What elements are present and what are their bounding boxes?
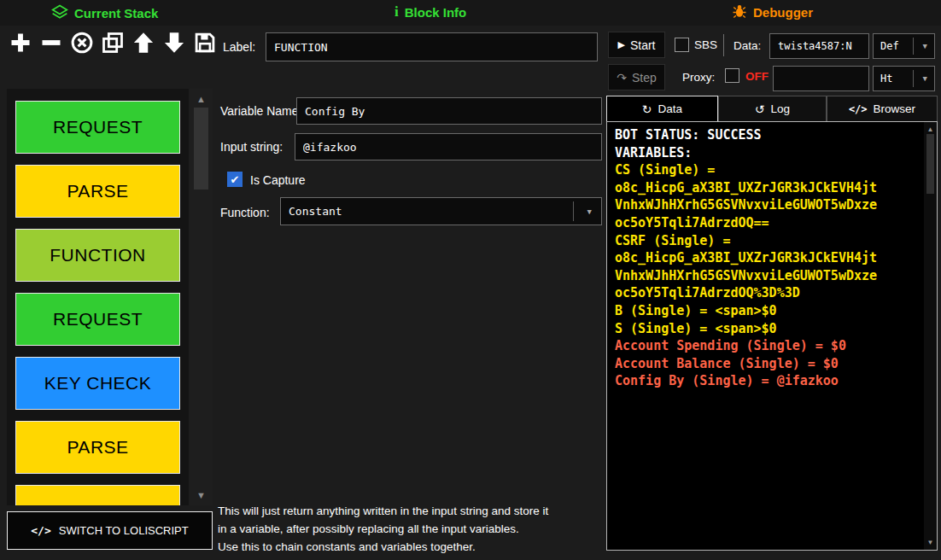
move-down-button[interactable] bbox=[161, 29, 188, 60]
chevron-down-icon: ▼ bbox=[587, 207, 592, 216]
clear-stack-button[interactable] bbox=[68, 29, 96, 60]
function-dropdown[interactable]: Constant ▼ bbox=[280, 197, 602, 225]
stack-toolbar bbox=[7, 29, 219, 60]
proxy-type-value: Ht bbox=[880, 73, 892, 85]
is-capture-checkbox[interactable]: ✔ bbox=[227, 172, 243, 187]
tab-browser-label: Browser bbox=[874, 102, 916, 115]
block-info-label: Block Info bbox=[405, 5, 467, 20]
function-dropdown-value: Constant bbox=[289, 205, 342, 218]
arrow-up-icon bbox=[132, 31, 155, 58]
scroll-up-icon[interactable]: ▲ bbox=[190, 94, 213, 104]
start-button-label: Start bbox=[630, 38, 656, 52]
log-line: B (Single) = <span>$0 bbox=[615, 302, 918, 320]
save-config-button[interactable] bbox=[191, 29, 219, 60]
plus-icon bbox=[9, 31, 32, 58]
step-button[interactable]: ↷ Step bbox=[608, 64, 665, 90]
log-scrollbar-thumb[interactable] bbox=[926, 134, 934, 194]
data-input[interactable] bbox=[769, 33, 869, 59]
log-line: VnhxWJhHXrhG5GSVNvxviLeGUWOT5wDxze bbox=[615, 196, 918, 214]
log-line: VnhxWJhHXrhG5GSVNvxviLeGUWOT5wDxze bbox=[615, 267, 918, 285]
wordlist-type-value: Def bbox=[880, 40, 899, 52]
log-line: Account Balance (Single) = $0 bbox=[615, 355, 918, 373]
block-stack-list: REQUEST PARSE FUNCTION REQUEST KEY CHECK… bbox=[7, 89, 189, 505]
stack-block-label: KEY CHECK bbox=[44, 373, 152, 394]
header-bar: Current Stack i Block Info Debugger bbox=[0, 0, 941, 26]
variable-name-caption: Variable Name: bbox=[220, 104, 301, 118]
proxy-checkbox[interactable]: ✔ bbox=[725, 68, 739, 83]
current-stack-label: Current Stack bbox=[74, 6, 158, 20]
description-line: in a variable, after possibly replacing … bbox=[218, 520, 604, 538]
code-icon: </> bbox=[31, 524, 50, 537]
stack-block[interactable]: REQUEST bbox=[15, 101, 180, 154]
scroll-down-icon[interactable]: ▼ bbox=[924, 539, 937, 546]
stack-block-label: PARSE bbox=[67, 181, 128, 201]
stack-block[interactable]: KEY CHECK bbox=[15, 357, 180, 410]
log-line: BOT STATUS: SUCCESS bbox=[615, 126, 918, 144]
tab-data[interactable]: ↻ Data bbox=[606, 96, 718, 122]
stack-scrollbar[interactable]: ▲ ▼ bbox=[190, 89, 213, 505]
start-button[interactable]: ▶ Start bbox=[608, 32, 665, 58]
label-input[interactable] bbox=[266, 32, 598, 61]
chevron-down-icon: ▼ bbox=[923, 74, 927, 83]
code-icon: </> bbox=[849, 103, 868, 115]
stack-block[interactable]: PARSE bbox=[15, 165, 180, 218]
log-line: oc5oY5Tqli7AdrzdOQ== bbox=[615, 214, 918, 232]
play-icon: ▶ bbox=[617, 39, 624, 50]
proxy-input[interactable] bbox=[773, 66, 869, 91]
data-caption: Data: bbox=[734, 39, 761, 52]
stack-block-label: REQUEST bbox=[53, 117, 143, 137]
save-icon bbox=[193, 31, 217, 58]
switch-to-loliscript-button[interactable]: </> SWITCH TO LOLISCRIPT bbox=[7, 511, 213, 550]
is-capture-label: Is Capture bbox=[250, 173, 306, 187]
variable-name-input[interactable] bbox=[296, 97, 602, 125]
refresh-icon: ↻ bbox=[642, 102, 652, 116]
move-up-button[interactable] bbox=[130, 29, 157, 60]
label-caption: Label: bbox=[223, 40, 255, 54]
scroll-down-icon[interactable]: ▼ bbox=[190, 490, 213, 500]
wordlist-type-dropdown[interactable]: Def ▼ bbox=[873, 33, 935, 59]
circle-x-icon bbox=[70, 31, 94, 58]
input-string-input[interactable] bbox=[295, 133, 602, 160]
tab-data-label: Data bbox=[658, 102, 683, 115]
scroll-up-icon[interactable]: ▲ bbox=[924, 125, 937, 133]
chevron-down-icon: ▼ bbox=[923, 42, 927, 50]
debugger-tabs: ↻ Data ↺ Log </> Browser bbox=[606, 96, 938, 122]
stack-block-label: PARSE bbox=[67, 437, 128, 458]
check-icon: ✔ bbox=[231, 174, 240, 185]
log-line: CSRF (Single) = bbox=[615, 232, 918, 250]
stack-block-label: PARSE bbox=[67, 501, 128, 505]
arrow-down-icon bbox=[162, 31, 186, 58]
current-stack-title: Current Stack bbox=[51, 3, 158, 23]
proxy-caption: Proxy: bbox=[682, 71, 715, 84]
stack-block[interactable]: FUNCTION bbox=[15, 229, 180, 282]
stack-block[interactable]: REQUEST bbox=[15, 293, 180, 346]
remove-block-button[interactable] bbox=[38, 29, 65, 60]
stack-scrollbar-thumb[interactable] bbox=[194, 108, 208, 190]
stack-block-label: FUNCTION bbox=[50, 245, 146, 265]
stack-block[interactable]: PARSE bbox=[15, 421, 180, 474]
dropdown-divider bbox=[913, 70, 914, 87]
log-line: S (Single) = <span>$0 bbox=[615, 320, 918, 338]
duplicate-icon bbox=[101, 31, 125, 58]
tab-browser[interactable]: </> Browser bbox=[827, 96, 938, 122]
block-info-title: i Block Info bbox=[395, 3, 466, 20]
proxy-type-dropdown[interactable]: Ht ▼ bbox=[873, 66, 935, 91]
tab-log[interactable]: ↺ Log bbox=[718, 96, 827, 122]
header-divider bbox=[723, 34, 724, 56]
clone-block-button[interactable] bbox=[99, 29, 126, 60]
debugger-log-output: BOT STATUS: SUCCESSVARIABLES:CS (Single)… bbox=[606, 121, 938, 551]
sbs-checkbox[interactable]: ✔ bbox=[675, 38, 689, 52]
info-icon: i bbox=[395, 3, 399, 20]
tab-log-label: Log bbox=[771, 102, 791, 115]
log-line: oc5oY5Tqli7AdrzdOQ%3D%3D bbox=[615, 284, 918, 302]
stack-block-label: REQUEST bbox=[53, 309, 143, 330]
log-line: o8c_HicpG_aX3BI_UXZrJGR3kJCkEVH4jt bbox=[615, 179, 918, 197]
dropdown-divider bbox=[573, 201, 574, 221]
dropdown-divider bbox=[913, 38, 914, 55]
log-line: VARIABLES: bbox=[615, 144, 918, 162]
switch-to-loliscript-label: SWITCH TO LOLISCRIPT bbox=[59, 524, 189, 537]
stack-block[interactable]: PARSE bbox=[15, 485, 180, 505]
add-block-button[interactable] bbox=[7, 29, 34, 60]
description-line: This will just return anything written i… bbox=[218, 502, 604, 520]
log-scrollbar[interactable]: ▲ ▼ bbox=[924, 122, 937, 550]
